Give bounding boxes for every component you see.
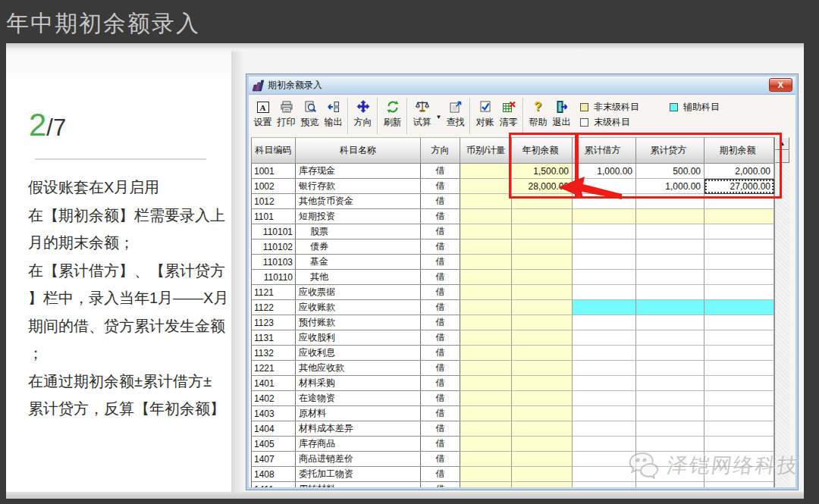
cell-cumulative-credit[interactable] xyxy=(636,315,704,330)
cell-cumulative-credit[interactable] xyxy=(636,270,704,285)
toolbar-button-print[interactable]: 打印 xyxy=(275,96,297,136)
cell-account-code: 1408 xyxy=(251,467,296,482)
toolbar-button-export[interactable]: 输出 xyxy=(322,96,344,136)
cell-initial-balance[interactable] xyxy=(704,361,774,376)
cell-cumulative-credit[interactable] xyxy=(636,330,704,346)
cell-cumulative-debit[interactable] xyxy=(573,239,636,255)
cell-cumulative-credit[interactable]: 1,000.00 xyxy=(636,179,704,194)
cell-account-name: 应收股利 xyxy=(296,330,421,346)
cell-initial-balance[interactable] xyxy=(704,239,774,255)
cell-direction: 借 xyxy=(421,239,460,255)
cell-year-begin-balance xyxy=(512,255,573,270)
legend-auxiliary-label: 辅助科目 xyxy=(683,101,720,114)
cell-cumulative-debit[interactable] xyxy=(573,330,636,346)
cell-currency xyxy=(460,467,512,482)
cell-cumulative-debit[interactable] xyxy=(573,452,636,467)
toolbar-button-trial-balance[interactable]: 试算 xyxy=(411,96,433,136)
toolbar-button-refresh[interactable]: 刷新 xyxy=(381,96,403,136)
cell-cumulative-debit[interactable] xyxy=(573,437,636,452)
cell-currency xyxy=(460,255,512,270)
toolbar-button-help[interactable]: ?帮助 xyxy=(527,96,549,136)
cell-currency xyxy=(460,285,512,300)
cell-cumulative-credit[interactable] xyxy=(636,194,704,209)
cell-initial-balance[interactable] xyxy=(704,285,774,300)
cell-initial-balance[interactable] xyxy=(704,391,774,406)
cell-initial-balance[interactable] xyxy=(704,421,774,437)
toolbar-button-reconcile[interactable]: 对账 xyxy=(474,96,496,136)
grid-header: 科目编码 科目名称 方向 币别/计量 年初余额 累计借方 累计贷方 期初余额 xyxy=(251,137,774,164)
cell-initial-balance[interactable] xyxy=(704,255,774,270)
cell-cumulative-credit[interactable] xyxy=(636,406,704,421)
toolbar-button-clear-zero[interactable]: 清零 xyxy=(497,96,519,136)
cell-cumulative-credit[interactable] xyxy=(636,421,704,437)
cell-cumulative-credit[interactable] xyxy=(636,437,704,452)
cell-initial-balance[interactable] xyxy=(704,300,774,315)
cell-cumulative-debit[interactable] xyxy=(573,391,636,406)
toolbar-button-exit[interactable]: 退出 xyxy=(551,96,573,136)
cell-initial-balance[interactable]: 2,000.00 xyxy=(704,164,774,179)
toolbar-button-preview[interactable]: 预览 xyxy=(299,96,321,136)
cell-direction: 借 xyxy=(421,346,460,361)
cell-cumulative-credit[interactable] xyxy=(636,346,704,361)
cell-cumulative-credit[interactable] xyxy=(636,376,704,391)
cell-initial-balance[interactable] xyxy=(704,330,774,346)
cell-cumulative-debit[interactable] xyxy=(573,482,636,490)
toolbar-label-export: 输出 xyxy=(325,117,343,127)
table-row: 1404材料成本差异借 xyxy=(251,421,774,437)
cell-cumulative-credit[interactable]: 500.00 xyxy=(636,164,704,179)
cell-cumulative-debit[interactable] xyxy=(573,406,636,421)
cell-year-begin-balance xyxy=(512,346,573,361)
vertical-scrollbar[interactable]: ▲ xyxy=(774,137,789,487)
cell-initial-balance[interactable] xyxy=(704,437,774,452)
cell-cumulative-credit[interactable] xyxy=(636,285,704,300)
cell-initial-balance[interactable] xyxy=(704,406,774,421)
cell-cumulative-debit[interactable] xyxy=(573,285,636,300)
cell-cumulative-credit xyxy=(636,209,704,224)
trial-balance-dropdown[interactable]: ▼ xyxy=(434,96,444,136)
cell-initial-balance[interactable] xyxy=(704,194,774,209)
cell-initial-balance[interactable] xyxy=(704,224,774,239)
toolbar-label-settings: 设置 xyxy=(254,117,272,127)
cell-initial-balance[interactable] xyxy=(704,270,774,285)
cell-cumulative-debit[interactable] xyxy=(573,270,636,285)
cell-cumulative-debit[interactable] xyxy=(573,255,636,270)
step-divider xyxy=(35,158,206,160)
table-row: 110102债券借 xyxy=(251,239,774,255)
cell-account-code: 1002 xyxy=(251,179,296,194)
cell-cumulative-credit[interactable] xyxy=(636,255,704,270)
cell-cumulative-credit[interactable] xyxy=(636,224,704,239)
slide-bottom-edge xyxy=(6,492,804,499)
scrollbar-thumb[interactable] xyxy=(775,150,789,163)
cell-cumulative-debit[interactable] xyxy=(573,376,636,391)
cell-cumulative-debit[interactable] xyxy=(573,315,636,330)
cell-initial-balance[interactable] xyxy=(704,315,774,330)
cell-cumulative-credit[interactable] xyxy=(636,361,704,376)
cell-cumulative-debit[interactable] xyxy=(573,179,636,194)
watermark-text: 泽铠网络科技 xyxy=(665,452,801,479)
cell-account-name: 银行存款 xyxy=(296,179,421,194)
preview-icon xyxy=(303,99,317,114)
cell-cumulative-credit[interactable] xyxy=(636,391,704,406)
toolbar-button-settings[interactable]: A设置 xyxy=(252,96,274,136)
cell-cumulative-debit[interactable] xyxy=(573,346,636,361)
cell-initial-balance[interactable] xyxy=(704,376,774,391)
cell-initial-balance[interactable] xyxy=(704,346,774,361)
scroll-up-icon[interactable]: ▲ xyxy=(775,137,789,150)
cell-cumulative-debit[interactable] xyxy=(573,300,636,315)
cell-cumulative-credit[interactable] xyxy=(636,239,704,255)
cell-cumulative-debit[interactable]: 1,000.00 xyxy=(573,164,636,179)
cell-cumulative-credit[interactable] xyxy=(636,300,704,315)
scrollbar-track[interactable] xyxy=(775,163,789,487)
cell-cumulative-credit[interactable] xyxy=(636,482,704,490)
toolbar-button-direction[interactable]: 方向 xyxy=(352,96,374,136)
cell-initial-balance[interactable] xyxy=(704,482,774,490)
toolbar-button-find[interactable]: 查找 xyxy=(444,96,466,136)
window-titlebar[interactable]: 期初余额录入 X xyxy=(249,77,795,95)
cell-cumulative-debit[interactable] xyxy=(573,194,636,209)
cell-cumulative-debit[interactable] xyxy=(573,361,636,376)
close-button[interactable]: X xyxy=(769,78,792,92)
cell-cumulative-debit[interactable] xyxy=(573,224,636,239)
cell-cumulative-debit[interactable] xyxy=(573,421,636,437)
table-row: 1131应收股利借 xyxy=(251,330,774,346)
cell-initial-balance[interactable]: 27,000.00 xyxy=(704,179,774,194)
